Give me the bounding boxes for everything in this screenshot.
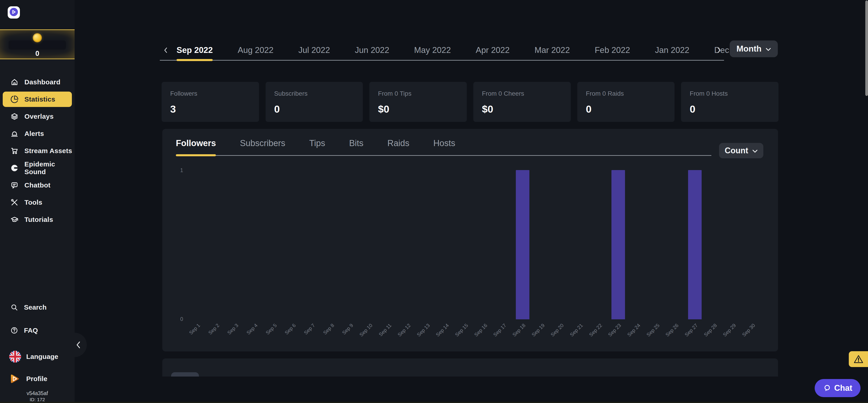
chart-slot: Sep 22 [590, 170, 609, 319]
month-tab-may-2022[interactable]: May 2022 [414, 46, 451, 55]
x-axis-label: Sep 24 [626, 322, 642, 338]
user-id: ID: 172 [0, 397, 74, 402]
stat-card-value: $0 [482, 103, 562, 115]
sidebar-item-label: Stream Assets [24, 147, 72, 155]
sidebar-collapse-button[interactable] [62, 333, 87, 357]
chart-bar [612, 170, 625, 319]
sidebar-item-overlays[interactable]: Overlays [0, 108, 74, 125]
chart-tab-followers[interactable]: Followers [176, 138, 216, 148]
chart-tab-bits[interactable]: Bits [349, 138, 363, 148]
sidebar-nav: DashboardStatisticsOverlaysAlertsStream … [0, 74, 74, 228]
month-tab-jan-2022[interactable]: Jan 2022 [655, 46, 689, 55]
sidebar-item-label: Tutorials [24, 216, 53, 224]
chart-slot: Sep 21 [570, 170, 590, 319]
x-axis-label: Sep 2 [207, 322, 220, 336]
sidebar-item-language[interactable]: Language [0, 348, 74, 365]
chart-tab-raids[interactable]: Raids [388, 138, 409, 148]
month-tab-sep-2022[interactable]: Sep 2022 [177, 46, 213, 55]
sidebar-item-tutorials[interactable]: Tutorials [0, 211, 74, 228]
chevron-left-icon [163, 46, 168, 54]
graduation-cap-icon [10, 215, 19, 224]
chart-slot: Sep 12 [398, 170, 417, 319]
chart-tab-list: FollowersSubscribersTipsBitsRaidsHosts [176, 138, 455, 148]
chevron-down-icon [766, 48, 771, 51]
x-axis-label: Sep 29 [722, 322, 737, 338]
sidebar-item-epidemic-sound[interactable]: Epidemic Sound [0, 160, 74, 177]
stat-card-followers: Followers3 [162, 82, 259, 122]
sidebar-item-tools[interactable]: Tools [0, 194, 74, 211]
x-axis-label: Sep 28 [703, 322, 718, 338]
month-tab-mar-2022[interactable]: Mar 2022 [535, 46, 570, 55]
y-axis-tick-min: 0 [174, 316, 183, 322]
sidebar-item-statistics[interactable]: Statistics [3, 92, 72, 107]
chart-tab-subscribers[interactable]: Subscribers [240, 138, 285, 148]
x-axis-label: Sep 6 [284, 322, 297, 336]
stat-card-value: $0 [378, 103, 458, 115]
chart-slot: Sep 17 [494, 170, 513, 319]
metric-dropdown[interactable]: Count [719, 143, 763, 158]
x-axis-label: Sep 12 [397, 322, 412, 338]
play-circle-logo-icon [8, 7, 19, 18]
period-dropdown[interactable]: Month [730, 40, 778, 57]
sidebar-item-label: Statistics [24, 95, 55, 103]
chart-slot: Sep 26 [666, 170, 685, 319]
chart-slot: Sep 7 [303, 170, 322, 319]
stat-card-value: 0 [586, 103, 666, 115]
month-active-underline [177, 59, 213, 61]
x-axis-label: Sep 17 [492, 322, 508, 338]
sidebar-item-label: Profile [26, 375, 47, 383]
sidebar-item-stream-assets[interactable]: Stream Assets [0, 142, 74, 160]
x-axis-label: Sep 7 [303, 322, 316, 336]
chart-slot: Sep 2 [207, 170, 226, 319]
chart-bar [688, 170, 702, 319]
sidebar-item-label: Search [24, 304, 46, 311]
sidebar-item-search[interactable]: Search [0, 299, 74, 315]
x-axis-label: Sep 25 [645, 322, 661, 338]
chart-tab-hosts[interactable]: Hosts [433, 138, 455, 148]
month-prev-button[interactable] [160, 44, 171, 56]
chart-tab-tips[interactable]: Tips [309, 138, 325, 148]
month-tab-jun-2022[interactable]: Jun 2022 [355, 46, 389, 55]
warning-triangle-icon [853, 354, 864, 364]
uk-flag-icon [9, 350, 21, 363]
horizontal-scrollbar-track[interactable] [0, 402, 868, 403]
main-content: Sep 2022Aug 2022Jul 2022Jun 2022May 2022… [74, 0, 868, 377]
x-axis-label: Sep 11 [378, 322, 393, 338]
sidebar-item-profile[interactable]: Profile [0, 371, 74, 387]
vertical-scrollbar-thumb[interactable] [865, 0, 868, 96]
chart-active-underline [176, 154, 216, 156]
coin-count: 0 [0, 50, 74, 58]
chart-slot: Sep 9 [341, 170, 360, 319]
sidebar-item-alerts[interactable]: Alerts [0, 125, 74, 142]
x-axis-label: Sep 20 [550, 322, 565, 338]
warning-flyout-tab[interactable] [849, 351, 868, 367]
x-axis-label: Sep 23 [607, 322, 622, 338]
chart-slot: Sep 23 [609, 170, 628, 319]
app-logo[interactable] [8, 6, 20, 19]
month-next-button[interactable] [713, 44, 725, 56]
chart-slot: Sep 29 [723, 170, 743, 319]
sidebar-item-chatbot[interactable]: Chatbot [0, 177, 74, 194]
x-axis-label: Sep 9 [341, 322, 354, 336]
chart-slot: Sep 4 [245, 170, 264, 319]
sidebar-item-label: Tools [24, 199, 42, 206]
month-tab-aug-2022[interactable]: Aug 2022 [238, 46, 273, 55]
x-axis-label: Sep 4 [246, 322, 259, 336]
chat-bubble-icon [823, 384, 831, 392]
x-axis-label: Sep 5 [265, 322, 278, 336]
chart-slot: Sep 28 [704, 170, 723, 319]
month-tab-feb-2022[interactable]: Feb 2022 [595, 46, 630, 55]
home-icon [10, 78, 19, 86]
pie-chart-icon [10, 95, 19, 103]
chat-button[interactable]: Chat [815, 379, 861, 397]
month-tab-jul-2022[interactable]: Jul 2022 [298, 46, 330, 55]
month-tab-apr-2022[interactable]: Apr 2022 [476, 46, 510, 55]
stat-card-label: Followers [170, 90, 250, 97]
epidemic-sound-icon [10, 164, 19, 172]
sidebar-item-faq[interactable]: FAQ [0, 322, 74, 339]
sidebar-item-dashboard[interactable]: Dashboard [0, 74, 74, 91]
chart-slot: Sep 3 [226, 170, 245, 319]
stat-card-label: From 0 Cheers [482, 90, 562, 97]
coin-balance-banner[interactable]: 0 [0, 29, 74, 59]
sidebar-item-label: Language [26, 353, 58, 361]
